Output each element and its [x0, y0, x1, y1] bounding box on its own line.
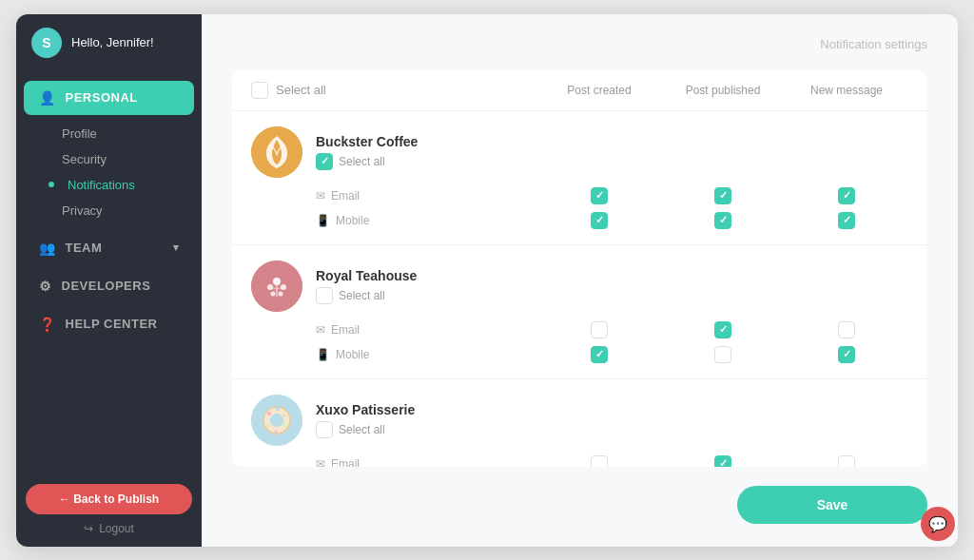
- sidebar-item-notifications[interactable]: Notifications: [54, 172, 202, 198]
- email-text: Email: [331, 323, 360, 337]
- logout-icon: ↪: [84, 522, 93, 535]
- royal-email-row: ✉ Email: [251, 321, 908, 338]
- mobile-text: Mobile: [336, 214, 369, 227]
- developers-label: DEVELOPERS: [62, 279, 151, 293]
- sidebar-bottom: ← Back to Publish ↪ Logout: [16, 473, 202, 547]
- cb-xuxo-email-nm[interactable]: [838, 455, 855, 467]
- cb-buckster-email-pp[interactable]: [714, 187, 731, 204]
- col-post-created: Post created: [537, 84, 661, 97]
- cb-royal-mobile-nm[interactable]: [838, 346, 855, 363]
- sidebar-navigation: 👤 PERSONAL Profile Security Notification…: [16, 71, 202, 473]
- buckster-channels: ✉ Email 📱 Mobile: [251, 187, 908, 229]
- cb-royal-email-nm[interactable]: [838, 321, 855, 338]
- sidebar: S Hello, Jennifer! 👤 PERSONAL Profile Se…: [16, 14, 202, 547]
- sidebar-item-developers[interactable]: ⚙ DEVELOPERS: [24, 269, 194, 303]
- brand-name-buckster: Buckster Coffee Select all: [316, 134, 418, 170]
- brand-select-all-label-buckster: Select all: [339, 155, 385, 168]
- cb-royal-email-pc[interactable]: [591, 321, 608, 338]
- nav-section-developers: ⚙ DEVELOPERS: [16, 269, 202, 303]
- active-dot: [49, 182, 54, 187]
- profile-label: Profile: [62, 126, 97, 141]
- person-icon: 👤: [39, 90, 56, 106]
- sidebar-item-help[interactable]: ❓ HELP CENTER: [24, 307, 194, 341]
- select-all-header: Select all: [251, 82, 537, 99]
- brand-logo-royal: [251, 261, 302, 312]
- logout-button[interactable]: ↪ Logout: [26, 522, 192, 535]
- brand-header-xuxo: Xuxo Patisserie Select all: [251, 395, 908, 446]
- brand-row-buckster: Buckster Coffee Select all: [232, 110, 927, 244]
- buckster-email-row: ✉ Email: [251, 187, 908, 204]
- sidebar-item-profile[interactable]: Profile: [54, 121, 202, 146]
- table-header: Select all Post created Post published N…: [232, 70, 927, 110]
- cb-buckster-email-pc[interactable]: [591, 187, 608, 204]
- chat-bubble-button[interactable]: 💬: [921, 507, 955, 541]
- brand-info-royal: Royal Teahouse Select all: [251, 261, 537, 312]
- sidebar-item-privacy[interactable]: Privacy: [54, 198, 202, 223]
- brand-select-all-cb-royal[interactable]: [316, 287, 333, 304]
- col-post-published: Post published: [661, 84, 785, 97]
- cb-buckster-email-nm[interactable]: [838, 187, 855, 204]
- cb-buckster-mobile-nm[interactable]: [838, 212, 855, 229]
- sidebar-item-team[interactable]: 👥 TEAM ▾: [24, 231, 194, 265]
- xuxo-email-row: ✉ Email: [251, 455, 908, 467]
- select-all-checkbox[interactable]: [251, 82, 268, 99]
- page-title: Notification settings: [232, 37, 927, 51]
- code-icon: ⚙: [39, 279, 52, 294]
- notifications-label: Notifications: [68, 178, 135, 192]
- chat-icon: 💬: [928, 515, 947, 533]
- svg-point-12: [270, 414, 283, 427]
- mobile-text: Mobile: [336, 348, 369, 361]
- privacy-label: Privacy: [62, 203, 103, 218]
- brand-name-royal: Royal Teahouse Select all: [316, 268, 417, 304]
- svg-point-18: [266, 424, 270, 428]
- sidebar-header: S Hello, Jennifer!: [16, 14, 202, 71]
- royal-mobile-label: 📱 Mobile: [251, 348, 537, 361]
- brand-logo-buckster: [251, 126, 302, 178]
- svg-point-6: [279, 291, 283, 296]
- chevron-down-icon: ▾: [173, 241, 180, 254]
- svg-point-13: [267, 412, 271, 415]
- svg-point-5: [271, 291, 276, 296]
- select-all-label: Select all: [276, 83, 326, 97]
- avatar: S: [31, 28, 62, 58]
- sidebar-item-security[interactable]: Security: [54, 146, 202, 172]
- svg-point-15: [283, 414, 286, 416]
- buckster-email-label: ✉ Email: [251, 189, 537, 203]
- cb-xuxo-email-pc[interactable]: [591, 455, 608, 467]
- brand-info-buckster: Buckster Coffee Select all: [251, 126, 537, 178]
- cb-xuxo-email-pp[interactable]: [714, 455, 731, 467]
- cb-buckster-mobile-pp[interactable]: [714, 212, 731, 229]
- sidebar-item-personal[interactable]: 👤 PERSONAL: [24, 81, 194, 115]
- svg-point-16: [282, 423, 286, 427]
- nav-section-help: ❓ HELP CENTER: [16, 307, 202, 341]
- nav-section-personal: 👤 PERSONAL Profile Security Notification…: [16, 81, 202, 227]
- greeting: Hello, Jennifer!: [71, 35, 154, 49]
- brand-name-xuxo: Xuxo Patisserie Select all: [316, 402, 415, 438]
- brand-row-xuxo: Xuxo Patisserie Select all: [232, 378, 927, 467]
- mobile-icon: 📱: [316, 214, 330, 227]
- xuxo-channels: ✉ Email 📱 Mobile: [251, 455, 908, 467]
- email-text: Email: [331, 457, 360, 467]
- cb-royal-mobile-pc[interactable]: [591, 346, 608, 363]
- royal-email-label: ✉ Email: [251, 323, 537, 337]
- main-content: Notification settings Select all Post cr…: [202, 14, 958, 547]
- cb-royal-email-pp[interactable]: [714, 321, 731, 338]
- brand-select-all-label-royal: Select all: [339, 289, 385, 302]
- back-to-publish-button[interactable]: ← Back to Publish: [26, 484, 192, 514]
- buckster-mobile-label: 📱 Mobile: [251, 214, 537, 227]
- team-label: TEAM: [66, 241, 103, 255]
- brand-select-all-cb-buckster[interactable]: [316, 153, 333, 170]
- security-label: Security: [62, 152, 107, 166]
- cb-buckster-mobile-pc[interactable]: [591, 212, 608, 229]
- save-button[interactable]: Save: [737, 486, 927, 524]
- help-icon: ❓: [39, 317, 56, 332]
- brand-select-all-cb-xuxo[interactable]: [316, 421, 333, 438]
- svg-point-14: [276, 407, 280, 411]
- brand-select-all-label-xuxo: Select all: [339, 423, 385, 436]
- logout-label: Logout: [99, 522, 134, 535]
- nav-section-team: 👥 TEAM ▾: [16, 231, 202, 265]
- cb-royal-mobile-pp[interactable]: [714, 346, 731, 363]
- col-new-message: New message: [785, 84, 908, 97]
- save-row: Save: [232, 486, 927, 524]
- royal-channels: ✉ Email 📱 Mobile: [251, 321, 908, 363]
